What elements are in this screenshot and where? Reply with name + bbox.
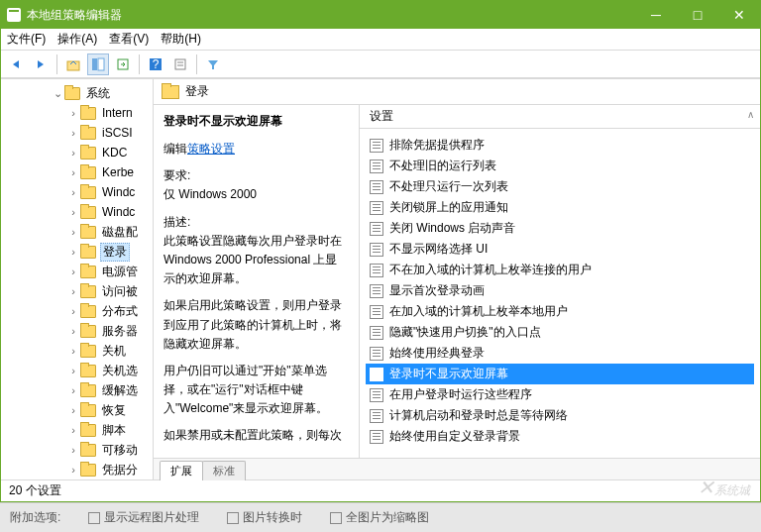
list-item-label: 隐藏"快速用户切换"的入口点 (389, 324, 541, 341)
tree-item[interactable]: ›Windc (1, 182, 153, 202)
help-button[interactable]: ? (145, 53, 166, 75)
list-item[interactable]: 关闭 Windows 启动声音 (366, 218, 754, 239)
menu-action[interactable]: 操作(A) (57, 31, 97, 48)
filter-button[interactable] (202, 53, 224, 75)
export-button[interactable] (112, 53, 134, 75)
policy-icon (370, 409, 383, 423)
menu-help[interactable]: 帮助(H) (161, 31, 201, 48)
expand-icon[interactable]: › (66, 444, 80, 456)
list-item[interactable]: 显示首次登录动画 (366, 280, 754, 301)
list-item-label: 关闭 Windows 启动声音 (389, 220, 515, 237)
tree-item[interactable]: ›可移动 (1, 440, 153, 460)
properties-button[interactable] (169, 53, 191, 75)
expand-icon[interactable]: › (66, 147, 80, 159)
tab-extended[interactable]: 扩展 (160, 461, 203, 480)
folder-icon (80, 324, 96, 338)
list-item[interactable]: 不在加入域的计算机上枚举连接的用户 (366, 260, 754, 280)
tree-item-label: 分布式 (100, 303, 140, 320)
expand-icon[interactable]: › (66, 226, 80, 238)
tree-item-label: 磁盘配 (100, 224, 140, 241)
folder-icon (162, 84, 179, 99)
tree-item[interactable]: ›访问被 (1, 281, 153, 301)
tree-item[interactable]: ›恢复 (1, 400, 153, 420)
up-button[interactable] (62, 53, 84, 75)
list-column-header[interactable]: 设置 ∧ (360, 105, 760, 129)
expand-icon[interactable]: › (66, 166, 80, 178)
folder-icon (80, 364, 96, 377)
list-item[interactable]: 始终使用经典登录 (366, 343, 754, 364)
list-item-label: 不显示网络选择 UI (389, 241, 488, 258)
list-item[interactable]: 始终使用自定义登录背景 (366, 426, 754, 447)
close-button[interactable]: ✕ (718, 1, 760, 29)
expand-icon[interactable]: › (66, 127, 80, 139)
expand-icon[interactable]: › (66, 404, 80, 416)
folder-icon (80, 225, 96, 239)
tab-standard[interactable]: 标准 (202, 461, 246, 480)
content-header-title: 登录 (185, 83, 209, 100)
policy-icon (370, 305, 383, 319)
expand-icon[interactable]: › (66, 266, 80, 277)
tree-item[interactable]: ›凭据分 (1, 460, 153, 479)
list-item[interactable]: 不处理旧的运行列表 (366, 156, 754, 176)
back-button[interactable] (5, 53, 27, 75)
tree-item[interactable]: ›登录 (1, 242, 153, 262)
expand-icon[interactable]: › (66, 365, 80, 376)
tree-root[interactable]: ⌄ 系统 (1, 83, 153, 103)
expand-icon[interactable]: › (66, 107, 80, 119)
bg-checkbox-2[interactable] (227, 512, 239, 524)
expand-icon[interactable]: › (66, 246, 80, 258)
tree-item[interactable]: ›服务器 (1, 321, 153, 341)
tree-item-label: 关机选 (100, 363, 140, 379)
expand-icon[interactable]: › (66, 424, 80, 436)
tree-item-label: 访问被 (100, 283, 140, 300)
policy-icon (370, 284, 383, 298)
show-hide-tree-button[interactable] (87, 53, 109, 75)
expand-icon[interactable]: › (66, 384, 80, 396)
list-item[interactable]: 登录时不显示欢迎屏幕 (366, 364, 754, 384)
maximize-button[interactable]: □ (677, 1, 718, 29)
folder-icon (80, 185, 96, 199)
forward-button[interactable] (30, 53, 52, 75)
tree-item[interactable]: ›Kerbe (1, 162, 153, 182)
tree-item[interactable]: ›关机 (1, 341, 153, 361)
menu-view[interactable]: 查看(V) (109, 31, 149, 48)
expand-icon[interactable]: › (66, 325, 80, 337)
tree-item-label: 电源管 (100, 264, 140, 280)
list-item[interactable]: 隐藏"快速用户切换"的入口点 (366, 322, 754, 343)
folder-icon (80, 165, 96, 179)
settings-list[interactable]: 排除凭据提供程序不处理旧的运行列表不处理只运行一次列表关闭锁屏上的应用通知关闭 … (360, 129, 760, 458)
tree-item[interactable]: ›磁盘配 (1, 222, 153, 242)
expand-icon[interactable]: › (66, 206, 80, 218)
list-item[interactable]: 不处理只运行一次列表 (366, 176, 754, 197)
description-text-2: 如果启用此策略设置，则用户登录到应用了此策略的计算机上时，将隐藏欢迎屏幕。 (163, 296, 349, 354)
bg-checkbox-3[interactable] (330, 512, 342, 524)
tree-item[interactable]: ›KDC (1, 143, 153, 162)
list-item[interactable]: 不显示网络选择 UI (366, 239, 754, 260)
list-item[interactable]: 排除凭据提供程序 (366, 135, 754, 156)
tree-item[interactable]: ›Intern (1, 103, 153, 123)
collapse-icon[interactable]: ⌄ (51, 87, 64, 100)
menu-file[interactable]: 文件(F) (7, 31, 46, 48)
expand-icon[interactable]: › (66, 345, 80, 357)
tree-item[interactable]: ›脚本 (1, 420, 153, 440)
list-item[interactable]: 在用户登录时运行这些程序 (366, 384, 754, 405)
folder-icon (80, 304, 96, 318)
tree-item[interactable]: ›电源管 (1, 262, 153, 281)
tree-item[interactable]: ›缓解选 (1, 380, 153, 400)
minimize-button[interactable]: ─ (635, 1, 677, 29)
edit-policy-link[interactable]: 策略设置 (187, 142, 235, 156)
list-item[interactable]: 关闭锁屏上的应用通知 (366, 197, 754, 218)
tree-item[interactable]: ›Windc (1, 202, 153, 222)
list-item[interactable]: 在加入域的计算机上枚举本地用户 (366, 301, 754, 322)
tree-pane[interactable]: ⌄ 系统 ›Intern›iSCSI›KDC›Kerbe›Windc›Windc… (1, 79, 154, 479)
bg-checkbox-1[interactable] (88, 512, 100, 524)
tree-item[interactable]: ›iSCSI (1, 123, 153, 143)
tree-item[interactable]: ›关机选 (1, 361, 153, 380)
expand-icon[interactable]: › (66, 186, 80, 198)
list-item[interactable]: 计算机启动和登录时总是等待网络 (366, 405, 754, 426)
folder-icon (80, 284, 96, 298)
tree-item[interactable]: ›分布式 (1, 301, 153, 321)
expand-icon[interactable]: › (66, 305, 80, 317)
expand-icon[interactable]: › (66, 464, 80, 476)
expand-icon[interactable]: › (66, 285, 80, 297)
